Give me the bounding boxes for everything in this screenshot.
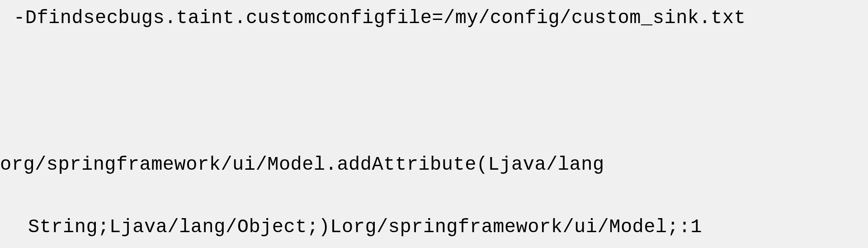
code-line-3: String;Ljava/lang/Object;)Lorg/springfra… (28, 216, 702, 238)
code-line-2: org/springframework/ui/Model.addAttribut… (0, 154, 604, 176)
code-line-1: -Dfindsecbugs.taint.customconfigfile=/my… (14, 7, 745, 29)
